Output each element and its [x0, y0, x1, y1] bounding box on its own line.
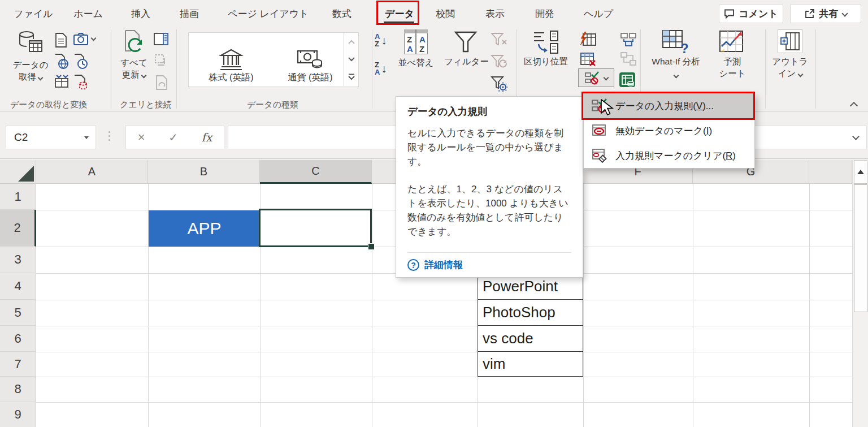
- remove-duplicates-icon[interactable]: [580, 52, 597, 68]
- row-header-2-selected[interactable]: 2: [0, 210, 36, 247]
- manage-data-model-icon[interactable]: [618, 71, 636, 88]
- row-header-8[interactable]: 8: [0, 377, 36, 402]
- tab-formulas[interactable]: 数式: [332, 7, 351, 20]
- forecast-sheet-icon: [711, 29, 754, 55]
- data-type-stocks[interactable]: 株式 (英語): [192, 35, 270, 84]
- selected-cell-C2[interactable]: [259, 209, 372, 247]
- tab-draw[interactable]: 描画: [180, 7, 199, 20]
- cell-E5[interactable]: PhotoShop: [478, 300, 583, 326]
- comments-button[interactable]: コメント: [719, 4, 783, 23]
- filter-button[interactable]: フィルター: [444, 29, 487, 67]
- outline-button[interactable]: アウトラ イン: [769, 29, 811, 79]
- menu-item-circle-invalid-data[interactable]: 無効データのマーク(I): [584, 118, 754, 143]
- group-label-get-transform: データの取得と変換: [10, 100, 87, 110]
- help-circle-icon: ?: [407, 259, 419, 271]
- flash-fill-icon[interactable]: [580, 32, 597, 48]
- annotation-box-data-tab: [376, 1, 419, 25]
- share-button[interactable]: 共有: [790, 4, 861, 23]
- col-header-A[interactable]: A: [36, 160, 148, 184]
- group-label-data-types: データの種類: [247, 100, 298, 110]
- currency-icon: [296, 48, 325, 72]
- tab-file[interactable]: ファイル: [14, 7, 53, 20]
- properties-icon-disabled: [155, 54, 167, 67]
- col-header-B[interactable]: B: [148, 160, 260, 184]
- share-dropdown-chevron[interactable]: [841, 10, 848, 16]
- get-data-button[interactable]: データの 取得: [9, 29, 52, 83]
- fill-handle[interactable]: [368, 243, 375, 250]
- formula-buttons: × ✓ fx: [125, 126, 224, 149]
- from-text-csv-icon[interactable]: [54, 32, 68, 48]
- row-header-9[interactable]: 9: [0, 402, 36, 427]
- menu-item-clear-validation-circles[interactable]: 入力規則マークのクリア(R): [584, 143, 754, 168]
- data-validation-dropdown-chevron[interactable]: [603, 75, 609, 81]
- recent-sources-icon[interactable]: [73, 53, 88, 69]
- what-if-icon: ?: [648, 29, 704, 55]
- invalid-data-icon: [592, 123, 607, 138]
- gallery-scroll-up[interactable]: [344, 33, 358, 51]
- insert-function-icon[interactable]: fx: [202, 131, 212, 144]
- tab-help[interactable]: ヘルプ: [584, 7, 613, 20]
- gallery-scroll-down[interactable]: [344, 50, 358, 68]
- enter-icon[interactable]: ✓: [168, 131, 178, 144]
- scrollbar-thumb[interactable]: [854, 184, 867, 312]
- filter-icon: [444, 29, 487, 55]
- row-header-3[interactable]: 3: [0, 247, 36, 273]
- existing-connections-icon[interactable]: [73, 75, 88, 89]
- cancel-icon[interactable]: ×: [138, 130, 145, 145]
- data-validation-tooltip: データの入力規則 セルに入力できるデータの種類を制限するルールを一覧の中から選び…: [396, 96, 583, 278]
- name-box-dropdown[interactable]: [84, 136, 89, 139]
- row-header-7[interactable]: 7: [0, 352, 36, 377]
- from-picture-icon[interactable]: [73, 32, 88, 46]
- cell-B2[interactable]: APP: [149, 210, 260, 247]
- row-header-6[interactable]: 6: [0, 326, 36, 352]
- scroll-up-button[interactable]: [854, 160, 867, 184]
- gallery-more-button[interactable]: [344, 68, 358, 86]
- expand-formula-bar-chevron[interactable]: [852, 133, 860, 140]
- share-icon: [805, 8, 815, 19]
- data-validation-button[interactable]: [578, 68, 614, 87]
- data-type-currency[interactable]: 通貨 (英語): [271, 35, 349, 84]
- queries-connections-icon[interactable]: [154, 33, 168, 45]
- tab-developer[interactable]: 開発: [535, 7, 554, 20]
- col-header-C-selected[interactable]: C: [260, 160, 372, 184]
- filter-reapply-icon-disabled: [491, 54, 507, 69]
- col-header-partial[interactable]: [809, 160, 852, 184]
- sort-descending-icon[interactable]: ZA ↓: [375, 61, 387, 76]
- refresh-all-button[interactable]: すべて 更新: [116, 29, 151, 80]
- consolidate-icon[interactable]: [620, 33, 636, 46]
- tooltip-learn-more[interactable]: ? 詳細情報: [407, 258, 571, 271]
- cell-E7[interactable]: vim: [478, 352, 583, 377]
- select-all-triangle: [18, 166, 34, 182]
- tab-page-layout[interactable]: ページ レイアウト: [228, 7, 309, 20]
- tooltip-title: データの入力規則: [407, 105, 571, 118]
- refresh-icon: [116, 29, 151, 54]
- filter-advanced-icon[interactable]: [491, 76, 507, 92]
- outline-icon: [778, 29, 802, 53]
- select-all-corner[interactable]: [0, 160, 36, 184]
- sort-button[interactable]: Z A A Z 並べ替え: [394, 29, 437, 68]
- sort-ascending-icon[interactable]: AZ ↓: [375, 33, 387, 48]
- tab-insert[interactable]: 挿入: [131, 7, 150, 20]
- row-header-1[interactable]: 1: [0, 184, 36, 210]
- vertical-scrollbar[interactable]: [852, 160, 868, 427]
- tooltip-paragraph-2: たとえば、1、2、3 などの値のリストを表示したり、1000 よりも大きい数値の…: [407, 182, 571, 239]
- from-web-icon[interactable]: [54, 53, 69, 69]
- tab-home[interactable]: ホーム: [73, 7, 103, 20]
- from-table-range-icon[interactable]: [54, 75, 69, 88]
- comment-icon: [724, 9, 735, 19]
- cell-E6[interactable]: vs code: [478, 326, 583, 352]
- row-header-4[interactable]: 4: [0, 273, 36, 300]
- tab-view[interactable]: 表示: [485, 7, 505, 20]
- bank-icon: [219, 48, 244, 72]
- data-types-gallery: 株式 (英語) 通貨 (英語): [188, 32, 359, 87]
- what-if-analysis-button[interactable]: ? What-If 分析: [648, 29, 704, 80]
- tooltip-paragraph-1: セルに入力できるデータの種類を制限するルールを一覧の中から選びます。: [407, 126, 571, 169]
- name-box[interactable]: C2: [6, 126, 96, 149]
- excel-window: ファイル ホーム 挿入 描画 ページ レイアウト 数式 データ 校閲 表示 開発…: [0, 0, 868, 427]
- tab-review[interactable]: 校閲: [436, 7, 455, 20]
- text-to-columns-icon: [519, 29, 573, 55]
- forecast-sheet-button[interactable]: 予測シート: [711, 29, 754, 79]
- row-header-5[interactable]: 5: [0, 300, 36, 326]
- text-to-columns-button[interactable]: 区切り位置: [519, 29, 573, 67]
- namebox-resize-handle[interactable]: [108, 131, 110, 133]
